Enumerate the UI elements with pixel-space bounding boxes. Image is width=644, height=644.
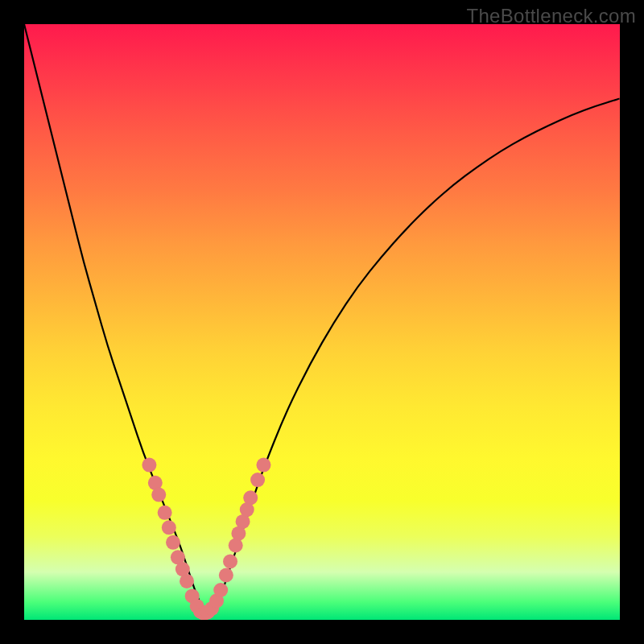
curve-marker — [158, 506, 172, 520]
curve-marker — [151, 488, 166, 502]
chart-frame: TheBottleneck.com — [0, 0, 644, 644]
curve-marker — [142, 458, 156, 473]
curve-marker — [162, 520, 176, 535]
curve-marker — [243, 490, 258, 505]
curve-marker — [166, 535, 180, 550]
curve-marker — [250, 473, 265, 487]
curve-markers — [142, 458, 270, 620]
curve-marker — [223, 554, 237, 568]
curve-marker — [219, 568, 233, 583]
curve-marker — [213, 583, 228, 597]
plot-area — [24, 24, 620, 620]
curve-marker — [180, 574, 194, 588]
curve-marker — [256, 458, 270, 473]
bottleneck-curve-path — [24, 24, 620, 613]
bottleneck-curve-svg — [24, 24, 620, 620]
